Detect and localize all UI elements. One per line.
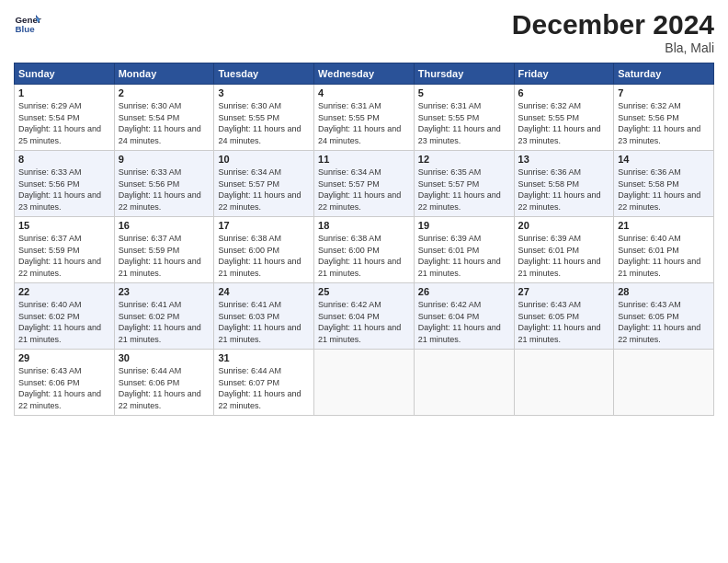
day-detail: Sunrise: 6:34 AM Sunset: 5:57 PM Dayligh…	[318, 167, 410, 213]
day-number: 23	[119, 286, 210, 297]
day-number: 3	[218, 87, 310, 98]
table-cell: 28 Sunrise: 6:43 AM Sunset: 6:05 PM Dayl…	[614, 283, 714, 350]
day-detail: Sunrise: 6:42 AM Sunset: 6:04 PM Dayligh…	[418, 299, 510, 345]
day-number: 25	[318, 286, 410, 297]
table-cell: 13 Sunrise: 6:36 AM Sunset: 5:58 PM Dayl…	[514, 151, 614, 217]
day-number: 11	[318, 154, 410, 165]
day-detail: Sunrise: 6:29 AM Sunset: 5:54 PM Dayligh…	[18, 100, 110, 146]
table-cell: 30 Sunrise: 6:44 AM Sunset: 6:06 PM Dayl…	[114, 350, 214, 416]
table-cell: 7 Sunrise: 6:32 AM Sunset: 5:56 PM Dayli…	[614, 85, 714, 151]
table-cell: 17 Sunrise: 6:38 AM Sunset: 6:00 PM Dayl…	[214, 217, 314, 283]
day-detail: Sunrise: 6:37 AM Sunset: 5:59 PM Dayligh…	[18, 233, 110, 279]
col-tuesday: Tuesday	[214, 63, 314, 85]
col-monday: Monday	[114, 63, 214, 85]
table-cell: 10 Sunrise: 6:34 AM Sunset: 5:57 PM Dayl…	[214, 151, 314, 217]
table-cell: 1 Sunrise: 6:29 AM Sunset: 5:54 PM Dayli…	[15, 85, 115, 151]
table-cell: 3 Sunrise: 6:30 AM Sunset: 5:55 PM Dayli…	[214, 85, 314, 151]
logo-icon: General Blue	[14, 9, 41, 37]
table-cell: 25 Sunrise: 6:42 AM Sunset: 6:04 PM Dayl…	[314, 283, 415, 350]
table-cell: 9 Sunrise: 6:33 AM Sunset: 5:56 PM Dayli…	[114, 151, 214, 217]
calendar-row-4: 22 Sunrise: 6:40 AM Sunset: 6:02 PM Dayl…	[15, 283, 714, 350]
day-detail: Sunrise: 6:43 AM Sunset: 6:05 PM Dayligh…	[518, 299, 610, 345]
day-number: 16	[119, 220, 210, 231]
day-number: 22	[18, 286, 110, 297]
calendar-row-2: 8 Sunrise: 6:33 AM Sunset: 5:56 PM Dayli…	[15, 151, 714, 217]
day-detail: Sunrise: 6:41 AM Sunset: 6:02 PM Dayligh…	[119, 299, 210, 345]
day-number: 31	[218, 352, 310, 363]
day-number: 7	[618, 87, 710, 98]
day-number: 19	[418, 220, 510, 231]
table-cell: 4 Sunrise: 6:31 AM Sunset: 5:55 PM Dayli…	[314, 85, 415, 151]
table-cell: 27 Sunrise: 6:43 AM Sunset: 6:05 PM Dayl…	[514, 283, 614, 350]
day-detail: Sunrise: 6:31 AM Sunset: 5:55 PM Dayligh…	[418, 100, 510, 146]
day-number: 15	[18, 220, 110, 231]
table-cell: 26 Sunrise: 6:42 AM Sunset: 6:04 PM Dayl…	[414, 283, 514, 350]
col-sunday: Sunday	[15, 63, 115, 85]
day-number: 27	[518, 286, 610, 297]
day-detail: Sunrise: 6:30 AM Sunset: 5:55 PM Dayligh…	[218, 100, 310, 146]
logo: General Blue	[14, 9, 41, 37]
header: General Blue December 2024 Bla, Mali	[14, 9, 714, 55]
day-detail: Sunrise: 6:36 AM Sunset: 5:58 PM Dayligh…	[618, 167, 710, 213]
day-number: 6	[518, 87, 610, 98]
day-number: 18	[318, 220, 410, 231]
day-number: 13	[518, 154, 610, 165]
day-detail: Sunrise: 6:38 AM Sunset: 6:00 PM Dayligh…	[318, 233, 410, 279]
day-detail: Sunrise: 6:44 AM Sunset: 6:06 PM Dayligh…	[119, 365, 210, 411]
day-number: 12	[418, 154, 510, 165]
table-cell: 11 Sunrise: 6:34 AM Sunset: 5:57 PM Dayl…	[314, 151, 415, 217]
table-cell: 12 Sunrise: 6:35 AM Sunset: 5:57 PM Dayl…	[414, 151, 514, 217]
day-number: 30	[119, 352, 210, 363]
day-detail: Sunrise: 6:38 AM Sunset: 6:00 PM Dayligh…	[218, 233, 310, 279]
day-detail: Sunrise: 6:39 AM Sunset: 6:01 PM Dayligh…	[518, 233, 610, 279]
calendar-row-5: 29 Sunrise: 6:43 AM Sunset: 6:06 PM Dayl…	[15, 350, 714, 416]
day-number: 4	[318, 87, 410, 98]
table-cell: 16 Sunrise: 6:37 AM Sunset: 5:59 PM Dayl…	[114, 217, 214, 283]
day-detail: Sunrise: 6:39 AM Sunset: 6:01 PM Dayligh…	[418, 233, 510, 279]
location: Bla, Mali	[512, 40, 714, 55]
day-number: 2	[119, 87, 210, 98]
day-detail: Sunrise: 6:43 AM Sunset: 6:06 PM Dayligh…	[18, 365, 110, 411]
day-detail: Sunrise: 6:30 AM Sunset: 5:54 PM Dayligh…	[119, 100, 210, 146]
day-number: 5	[418, 87, 510, 98]
table-cell: 31 Sunrise: 6:44 AM Sunset: 6:07 PM Dayl…	[214, 350, 314, 416]
day-detail: Sunrise: 6:32 AM Sunset: 5:56 PM Dayligh…	[618, 100, 710, 146]
day-detail: Sunrise: 6:33 AM Sunset: 5:56 PM Dayligh…	[119, 167, 210, 213]
col-thursday: Thursday	[414, 63, 514, 85]
day-number: 24	[218, 286, 310, 297]
day-detail: Sunrise: 6:40 AM Sunset: 6:01 PM Dayligh…	[618, 233, 710, 279]
col-saturday: Saturday	[614, 63, 714, 85]
day-number: 17	[218, 220, 310, 231]
day-number: 9	[119, 154, 210, 165]
day-detail: Sunrise: 6:43 AM Sunset: 6:05 PM Dayligh…	[618, 299, 710, 345]
day-detail: Sunrise: 6:36 AM Sunset: 5:58 PM Dayligh…	[518, 167, 610, 213]
day-detail: Sunrise: 6:40 AM Sunset: 6:02 PM Dayligh…	[18, 299, 110, 345]
table-cell: 14 Sunrise: 6:36 AM Sunset: 5:58 PM Dayl…	[614, 151, 714, 217]
day-number: 28	[618, 286, 710, 297]
table-cell: 19 Sunrise: 6:39 AM Sunset: 6:01 PM Dayl…	[414, 217, 514, 283]
page: General Blue December 2024 Bla, Mali Sun…	[0, 0, 728, 563]
calendar-row-1: 1 Sunrise: 6:29 AM Sunset: 5:54 PM Dayli…	[15, 85, 714, 151]
day-detail: Sunrise: 6:42 AM Sunset: 6:04 PM Dayligh…	[318, 299, 410, 345]
day-detail: Sunrise: 6:35 AM Sunset: 5:57 PM Dayligh…	[418, 167, 510, 213]
table-cell: 15 Sunrise: 6:37 AM Sunset: 5:59 PM Dayl…	[15, 217, 115, 283]
table-cell: 24 Sunrise: 6:41 AM Sunset: 6:03 PM Dayl…	[214, 283, 314, 350]
table-cell: 6 Sunrise: 6:32 AM Sunset: 5:55 PM Dayli…	[514, 85, 614, 151]
day-number: 1	[18, 87, 110, 98]
table-cell	[614, 350, 714, 416]
day-number: 26	[418, 286, 510, 297]
table-cell: 8 Sunrise: 6:33 AM Sunset: 5:56 PM Dayli…	[15, 151, 115, 217]
calendar-header-row: Sunday Monday Tuesday Wednesday Thursday…	[15, 63, 714, 85]
table-cell	[414, 350, 514, 416]
table-cell	[314, 350, 415, 416]
table-cell: 22 Sunrise: 6:40 AM Sunset: 6:02 PM Dayl…	[15, 283, 115, 350]
table-cell: 18 Sunrise: 6:38 AM Sunset: 6:00 PM Dayl…	[314, 217, 415, 283]
day-detail: Sunrise: 6:31 AM Sunset: 5:55 PM Dayligh…	[318, 100, 410, 146]
day-detail: Sunrise: 6:44 AM Sunset: 6:07 PM Dayligh…	[218, 365, 310, 411]
table-cell: 2 Sunrise: 6:30 AM Sunset: 5:54 PM Dayli…	[114, 85, 214, 151]
day-number: 21	[618, 220, 710, 231]
day-number: 20	[518, 220, 610, 231]
table-cell: 23 Sunrise: 6:41 AM Sunset: 6:02 PM Dayl…	[114, 283, 214, 350]
table-cell: 20 Sunrise: 6:39 AM Sunset: 6:01 PM Dayl…	[514, 217, 614, 283]
table-cell: 29 Sunrise: 6:43 AM Sunset: 6:06 PM Dayl…	[15, 350, 115, 416]
